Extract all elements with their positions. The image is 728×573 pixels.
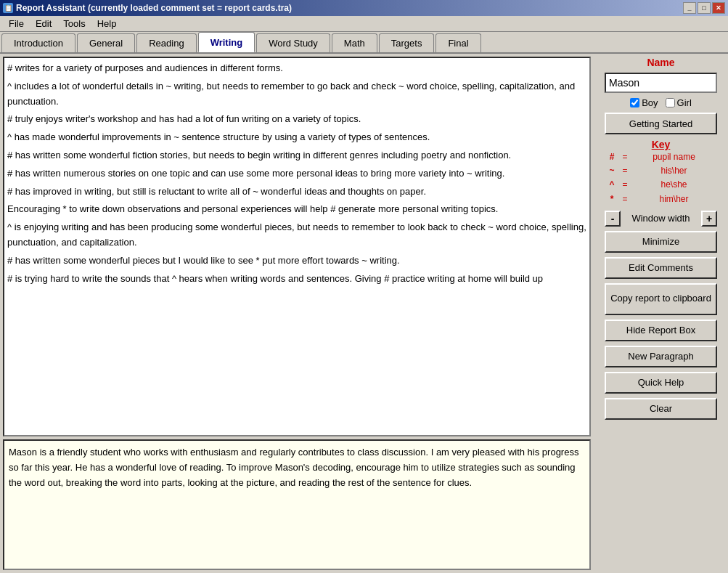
boy-checkbox[interactable] — [630, 98, 639, 107]
girl-label[interactable]: Girl — [666, 97, 692, 108]
key-section: Key # = pupil name ~ = his\her ^ = he\sh… — [605, 139, 717, 206]
boy-text: Boy — [642, 97, 658, 108]
maximize-window-button[interactable]: □ — [698, 2, 711, 14]
edit-comments-button[interactable]: Edit Comments — [605, 257, 717, 279]
copy-report-button[interactable]: Copy report to clipboard — [605, 283, 717, 315]
key-title: Key — [605, 139, 717, 150]
tab-targets[interactable]: Targets — [379, 33, 435, 52]
quick-help-button[interactable]: Quick Help — [605, 372, 717, 394]
key-row-he-she: ^ = he\she — [605, 178, 717, 192]
hide-report-button[interactable]: Hide Report Box — [605, 320, 717, 341]
name-input[interactable] — [605, 73, 717, 93]
tab-writing[interactable]: Writing — [198, 32, 255, 52]
tab-word-study[interactable]: Word Study — [256, 33, 330, 52]
window-width-row: - Window width + — [605, 211, 717, 227]
menu-edit[interactable]: Edit — [30, 17, 57, 31]
girl-checkbox[interactable] — [666, 98, 675, 107]
gender-row: Boy Girl — [630, 97, 692, 108]
tab-introduction[interactable]: Introduction — [1, 33, 75, 52]
tab-bar: Introduction General Reading Writing Wor… — [0, 32, 728, 54]
menu-tools[interactable]: Tools — [57, 17, 91, 31]
key-symbol-hash: # — [605, 150, 619, 164]
title-text: Report Assistant (currently loaded comme… — [16, 3, 292, 13]
list-item: # has written numerous stories on one to… — [7, 166, 586, 182]
list-item: Encouraging * to write down observations… — [7, 202, 586, 217]
key-symbol-star: * — [605, 192, 619, 206]
girl-text: Girl — [677, 97, 692, 108]
left-panel: # writes for a variety of purposes and a… — [0, 54, 594, 573]
report-box[interactable]: Mason is a friendly student who works wi… — [3, 439, 591, 570]
window-width-minus-button[interactable]: - — [605, 211, 621, 227]
tab-general[interactable]: General — [77, 33, 135, 52]
right-panel: Name Boy Girl Getting Started Key # = pu… — [594, 54, 728, 573]
list-item: # has written some wonderful fiction sto… — [7, 148, 586, 163]
list-item: ^ has made wonderful improvements in ~ s… — [7, 130, 586, 145]
minimize-button[interactable]: Minimize — [605, 231, 717, 253]
key-symbol-tilde: ~ — [605, 164, 619, 178]
comment-list[interactable]: # writes for a variety of purposes and a… — [3, 57, 591, 436]
window-width-label: Window width — [631, 213, 690, 224]
new-paragraph-button[interactable]: New Paragraph — [605, 346, 717, 367]
clear-button[interactable]: Clear — [605, 398, 717, 420]
window-width-plus-button[interactable]: + — [701, 211, 717, 227]
app-icon: 📋 — [3, 3, 13, 13]
window-controls: _ □ ✕ — [683, 2, 725, 14]
getting-started-button[interactable]: Getting Started — [605, 113, 717, 134]
menu-help[interactable]: Help — [91, 17, 123, 31]
key-row-pupil: # = pupil name — [605, 150, 717, 164]
title-bar: 📋 Report Assistant (currently loaded com… — [0, 0, 728, 16]
key-row-his-her: ~ = his\her — [605, 164, 717, 178]
list-item: # writes for a variety of purposes and a… — [7, 61, 586, 76]
minimize-window-button[interactable]: _ — [683, 2, 696, 14]
key-row-him-her: * = him\her — [605, 192, 717, 206]
list-item: # has improved in writing, but still is … — [7, 184, 586, 200]
menu-bar: File Edit Tools Help — [0, 16, 728, 32]
tab-math[interactable]: Math — [332, 33, 377, 52]
list-item: # truly enjoys writer's workshop and has… — [7, 112, 586, 127]
key-symbol-caret: ^ — [605, 178, 619, 192]
boy-label[interactable]: Boy — [630, 97, 658, 108]
main-content: # writes for a variety of purposes and a… — [0, 54, 728, 573]
tab-final[interactable]: Final — [435, 33, 480, 52]
tab-reading[interactable]: Reading — [136, 33, 196, 52]
list-item: ^ is enjoying writing and has been produ… — [7, 220, 586, 251]
menu-file[interactable]: File — [3, 17, 30, 31]
list-item: ^ includes a lot of wonderful details in… — [7, 79, 586, 110]
list-item: # is trying hard to write the sounds tha… — [7, 272, 586, 287]
list-item: # has written some wonderful pieces but … — [7, 253, 586, 269]
report-text: Mason is a friendly student who works wi… — [9, 447, 578, 488]
name-label: Name — [647, 57, 674, 68]
close-window-button[interactable]: ✕ — [712, 2, 725, 14]
